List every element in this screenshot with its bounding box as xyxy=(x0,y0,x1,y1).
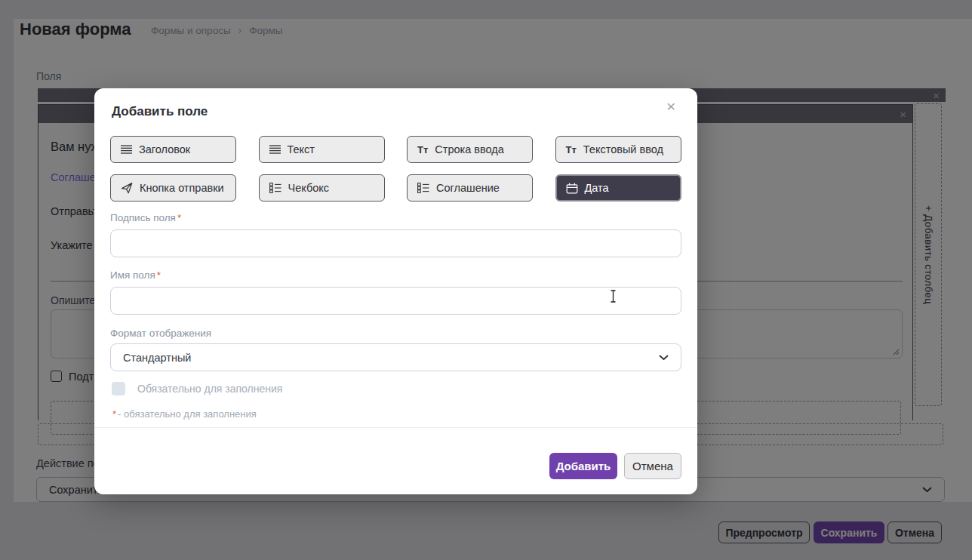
required-note: *- обязательно для заполнения xyxy=(111,408,257,420)
required-asterisk: * xyxy=(177,212,181,223)
field-type-label: Текст xyxy=(288,143,315,155)
field-type-date-button[interactable]: Дата xyxy=(555,174,681,202)
text-cursor-icon xyxy=(610,290,617,303)
text-input-icon: Tт xyxy=(417,144,428,155)
field-type-submit-button[interactable]: Кнопка отправки xyxy=(110,174,236,202)
cancel-button[interactable]: Отмена xyxy=(624,453,681,479)
label-text: Подпись поля xyxy=(110,212,176,223)
modal-footer-divider xyxy=(94,427,697,428)
caption-field-label: Подпись поля* xyxy=(110,212,181,223)
field-type-label: Строка ввода xyxy=(435,143,504,155)
chevron-down-icon xyxy=(659,355,669,361)
format-select[interactable]: Стандартный xyxy=(110,343,681,371)
field-type-agreement-button[interactable]: Соглашение xyxy=(407,174,533,202)
required-checkbox[interactable] xyxy=(112,382,125,395)
required-checkbox-label: Обязательно для заполнения xyxy=(137,383,282,395)
field-type-text-button[interactable]: Текст xyxy=(259,136,385,163)
field-type-label: Кнопка отправки xyxy=(140,182,224,194)
field-type-grid: Заголовок Текст Tт Строка ввода Tт Текст… xyxy=(110,136,681,202)
field-type-header-button[interactable]: Заголовок xyxy=(110,136,236,163)
field-type-text-input-button[interactable]: Tт Текстовый ввод xyxy=(555,136,681,163)
app-root: Новая форма Формы и опросы › Формы Поля … xyxy=(0,0,972,560)
field-type-label: Дата xyxy=(585,182,609,194)
label-text: Имя поля xyxy=(110,269,155,281)
lines-icon xyxy=(121,145,132,154)
add-button[interactable]: Добавить xyxy=(549,453,617,479)
close-icon[interactable]: × xyxy=(666,97,675,115)
name-field-label: Имя поля* xyxy=(110,269,161,281)
text-input-icon: Tт xyxy=(566,144,577,155)
required-asterisk: * xyxy=(112,408,116,420)
format-select-value: Стандартный xyxy=(123,352,191,364)
modal-title: Добавить поле xyxy=(112,104,208,119)
checklist-icon xyxy=(417,183,429,193)
checklist-icon xyxy=(269,183,281,193)
add-field-modal: Добавить поле × Заголовок Текст Tт Строк… xyxy=(94,88,697,494)
format-field-label: Формат отображения xyxy=(110,328,211,339)
required-asterisk: * xyxy=(157,269,161,281)
field-type-label: Текстовый ввод xyxy=(583,143,663,155)
lines-icon xyxy=(269,145,281,154)
name-field-input[interactable] xyxy=(110,287,681,315)
field-type-label: Чекбокс xyxy=(288,182,330,194)
field-type-label: Заголовок xyxy=(139,143,190,155)
field-type-label: Соглашение xyxy=(436,182,500,194)
required-checkbox-row: Обязательно для заполнения xyxy=(112,382,282,395)
paper-plane-icon xyxy=(121,182,133,194)
field-type-checkbox-button[interactable]: Чекбокс xyxy=(259,174,385,202)
calendar-icon xyxy=(566,183,578,194)
required-note-text: - обязательно для заполнения xyxy=(118,408,257,420)
field-type-input-line-button[interactable]: Tт Строка ввода xyxy=(407,136,533,163)
caption-field-input[interactable] xyxy=(110,229,681,257)
